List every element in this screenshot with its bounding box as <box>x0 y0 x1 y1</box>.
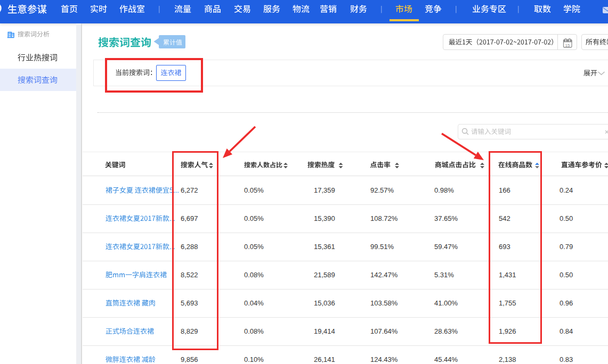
svg-text:15: 15 <box>565 43 570 48</box>
